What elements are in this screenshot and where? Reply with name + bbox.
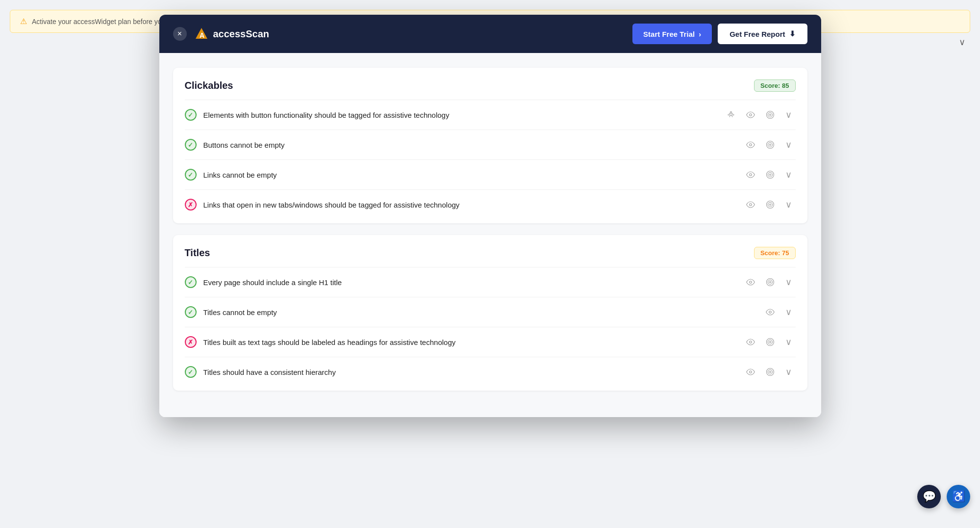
rule-row-rule-clickable-3: ✓ Links cannot be empty ∨ (185, 159, 796, 189)
score-badge-titles: Score: 75 (754, 247, 796, 259)
row-actions: ∨ (762, 304, 796, 320)
rule-row-rule-titles-3: ✗ Titles built as text tags should be la… (185, 327, 796, 357)
svg-point-2 (730, 111, 731, 113)
svg-point-28 (749, 371, 752, 373)
score-badge-clickables: Score: 85 (754, 79, 796, 92)
svg-point-5 (768, 113, 772, 117)
start-trial-label: Start Free Trial (643, 30, 695, 38)
chat-button[interactable]: 💬 (917, 485, 941, 508)
svg-point-14 (769, 174, 771, 176)
target-icon[interactable] (762, 334, 778, 350)
chat-icon: 💬 (923, 490, 936, 503)
section-title-clickables: Clickables (185, 80, 233, 91)
svg-point-18 (769, 204, 771, 206)
dropdown-arrow-icon[interactable]: ∨ (959, 37, 965, 48)
svg-point-11 (749, 174, 752, 176)
svg-point-25 (766, 339, 774, 346)
get-report-button[interactable]: Get Free Report ⬇ (718, 24, 807, 44)
rule-text: Titles cannot be empty (203, 308, 755, 317)
status-icon-pass: ✓ (185, 366, 197, 378)
svg-point-9 (768, 143, 772, 147)
status-icon-pass: ✓ (185, 139, 197, 151)
expand-rule-button[interactable]: ∨ (782, 198, 796, 211)
svg-point-22 (769, 282, 771, 283)
expand-rule-button[interactable]: ∨ (782, 305, 796, 319)
download-icon: ⬇ (789, 29, 796, 38)
start-trial-button[interactable]: Start Free Trial › (632, 24, 712, 44)
logo-text: accessScan (213, 28, 270, 40)
svg-text:A: A (200, 31, 204, 39)
target-icon[interactable] (762, 197, 778, 212)
rule-text: Links that open in new tabs/windows shou… (203, 201, 736, 209)
svg-point-15 (749, 204, 752, 206)
status-icon-pass: ✓ (185, 109, 197, 121)
section-title-titles: Titles (185, 247, 210, 259)
sections-container: Clickables Score: 85 ✓ Elements with but… (173, 68, 807, 391)
row-actions: ∨ (743, 197, 796, 212)
section-titles: Titles Score: 75 ✓ Every page should inc… (173, 235, 807, 391)
row-actions: ∨ (743, 274, 796, 290)
rule-row-rule-titles-2: ✓ Titles cannot be empty ∨ (185, 297, 796, 327)
svg-point-8 (766, 141, 774, 149)
modal-body: Clickables Score: 85 ✓ Elements with but… (159, 53, 821, 417)
svg-point-16 (766, 201, 774, 209)
svg-point-21 (768, 280, 772, 285)
target-icon[interactable] (762, 167, 778, 183)
section-header-clickables: Clickables Score: 85 (185, 79, 796, 92)
svg-point-7 (749, 144, 752, 146)
accessibility-button[interactable]: ♿ (947, 485, 970, 508)
rule-row-rule-clickable-2: ✓ Buttons cannot be empty ∨ (185, 130, 796, 159)
section-clickables: Clickables Score: 85 ✓ Elements with but… (173, 68, 807, 223)
rule-text: Titles built as text tags should be labe… (203, 338, 736, 346)
svg-point-23 (769, 311, 771, 314)
svg-point-3 (749, 114, 752, 116)
logo-area: A accessScan (195, 27, 625, 41)
modal-container: × A accessScan Start Free Trial › Get Fr… (159, 15, 821, 417)
expand-rule-button[interactable]: ∨ (782, 365, 796, 379)
modal-header: × A accessScan Start Free Trial › Get Fr… (159, 15, 821, 53)
target-icon[interactable] (762, 364, 778, 380)
svg-point-19 (749, 281, 752, 284)
svg-point-17 (768, 203, 772, 207)
status-icon-pass: ✓ (185, 306, 197, 318)
expand-rule-button[interactable]: ∨ (782, 168, 796, 182)
accessibility-icon: ♿ (952, 490, 965, 503)
rule-row-rule-titles-1: ✓ Every page should include a single H1 … (185, 267, 796, 297)
eye-icon[interactable] (743, 197, 758, 212)
svg-point-12 (766, 171, 774, 179)
eye-icon[interactable] (762, 304, 778, 320)
eye-icon[interactable] (743, 167, 758, 183)
target-icon[interactable] (762, 274, 778, 290)
expand-rule-button[interactable]: ∨ (782, 335, 796, 349)
expand-rule-button[interactable]: ∨ (782, 108, 796, 122)
close-button[interactable]: × (173, 27, 187, 41)
rule-row-rule-clickable-1: ✓ Elements with button functionality sho… (185, 100, 796, 130)
svg-point-30 (768, 370, 772, 374)
svg-point-13 (768, 173, 772, 177)
rule-text: Links cannot be empty (203, 171, 736, 179)
logo-icon: A (195, 27, 208, 41)
section-header-titles: Titles Score: 75 (185, 247, 796, 259)
expand-rule-button[interactable]: ∨ (782, 275, 796, 289)
expand-rule-button[interactable]: ∨ (782, 138, 796, 152)
svg-point-20 (766, 279, 774, 286)
rule-text: Elements with button functionality shoul… (203, 111, 716, 119)
eye-icon[interactable] (743, 137, 758, 153)
row-actions: ∨ (723, 107, 796, 123)
eye-icon[interactable] (743, 364, 758, 380)
target-icon[interactable] (762, 107, 778, 123)
svg-point-6 (769, 114, 771, 116)
status-icon-pass: ✓ (185, 276, 197, 288)
accessibility-rule-icon[interactable] (723, 107, 739, 123)
eye-icon[interactable] (743, 334, 758, 350)
status-icon-fail: ✗ (185, 199, 197, 211)
status-icon-pass: ✓ (185, 169, 197, 181)
rule-text: Buttons cannot be empty (203, 141, 736, 149)
rule-row-rule-titles-4: ✓ Titles should have a consistent hierar… (185, 357, 796, 387)
start-trial-arrow: › (699, 30, 701, 38)
target-icon[interactable] (762, 137, 778, 153)
eye-icon[interactable] (743, 107, 758, 123)
status-icon-fail: ✗ (185, 336, 197, 348)
eye-icon[interactable] (743, 274, 758, 290)
svg-point-27 (769, 342, 771, 343)
